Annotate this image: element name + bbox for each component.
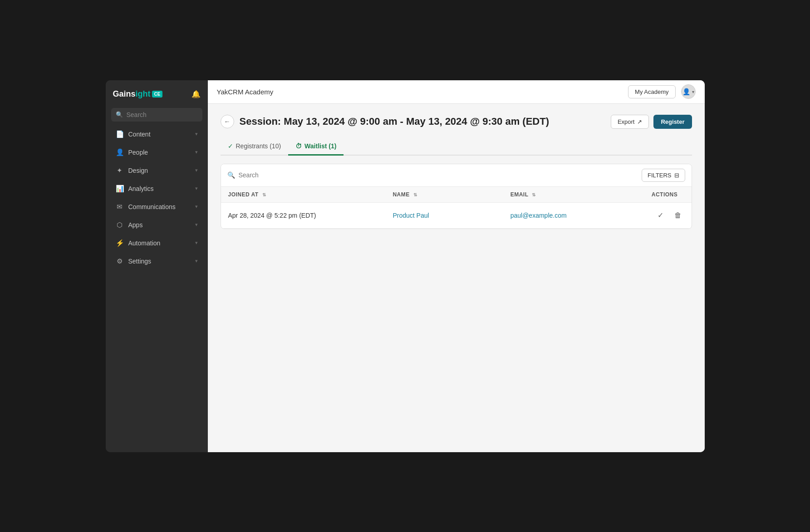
export-icon: ↗	[637, 118, 642, 125]
col-header-email: EMAIL ⇅	[503, 187, 644, 203]
chevron-icon: ▾	[195, 222, 198, 228]
apps-icon: ⬡	[116, 221, 124, 229]
export-button[interactable]: Export ↗	[611, 115, 649, 129]
col-header-name: NAME ⇅	[385, 187, 503, 203]
cell-email: paul@example.com	[503, 202, 644, 228]
page-title: Session: May 13, 2024 @ 9:00 am - May 13…	[240, 116, 549, 127]
chevron-icon: ▾	[195, 149, 198, 155]
delete-button[interactable]: 🗑	[672, 209, 684, 222]
topbar: YakCRM Academy My Academy 👤 ▾	[208, 80, 705, 104]
sidebar-item-apps[interactable]: ⬡ Apps ▾	[108, 216, 205, 234]
tab-waitlist-label: Waitlist (1)	[304, 142, 336, 150]
logo: GainsightCE	[113, 89, 163, 99]
sidebar-item-label: Apps	[128, 221, 143, 229]
chevron-icon: ▾	[195, 204, 198, 210]
design-icon: ✦	[116, 166, 124, 175]
col-header-joined-at: JOINED AT ⇅	[221, 187, 386, 203]
cell-joined-at: Apr 28, 2024 @ 5:22 pm (EDT)	[221, 202, 386, 228]
sidebar-item-label: Content	[128, 131, 151, 138]
approve-button[interactable]: ✓	[654, 209, 667, 222]
communications-icon: ✉	[116, 203, 124, 211]
check-circle-icon: ✓	[228, 142, 233, 150]
cell-actions: ✓ 🗑	[644, 202, 692, 228]
register-button[interactable]: Register	[653, 115, 692, 129]
col-header-actions: ACTIONS	[644, 187, 692, 203]
sidebar-item-label: Analytics	[128, 185, 154, 192]
actions-cell: ✓ 🗑	[652, 209, 684, 222]
clock-icon: ⏱	[295, 142, 302, 150]
sidebar-item-settings[interactable]: ⚙ Settings ▾	[108, 253, 205, 270]
chevron-down-icon: ▾	[692, 89, 694, 94]
filters-button[interactable]: FILTERS ⊟	[642, 169, 685, 182]
search-icon: 🔍	[227, 171, 235, 179]
bell-icon[interactable]: 🔔	[191, 90, 201, 98]
table-container: 🔍 FILTERS ⊟ JOINED AT	[221, 164, 692, 229]
chevron-icon: ▾	[195, 167, 198, 173]
sidebar-search[interactable]: 🔍 Search	[111, 108, 202, 122]
data-table: JOINED AT ⇅ NAME ⇅ EMAIL ⇅	[221, 187, 692, 229]
cell-name: Product Paul	[385, 202, 503, 228]
sort-icon[interactable]: ⇅	[262, 192, 266, 197]
automation-icon: ⚡	[116, 239, 124, 247]
sidebar-item-label: Automation	[128, 239, 161, 247]
topbar-right: My Academy 👤 ▾	[628, 84, 695, 99]
user-icon: 👤	[682, 88, 690, 95]
sidebar-logo: GainsightCE 🔔	[106, 86, 208, 106]
chevron-icon: ▾	[195, 240, 198, 246]
search-label: Search	[127, 111, 147, 118]
settings-icon: ⚙	[116, 257, 124, 265]
people-icon: 👤	[116, 148, 124, 156]
chevron-icon: ▾	[195, 131, 198, 137]
page-header-actions: Export ↗ Register	[611, 115, 692, 129]
table-toolbar: 🔍 FILTERS ⊟	[221, 164, 692, 187]
page-header-left: ← Session: May 13, 2024 @ 9:00 am - May …	[221, 115, 549, 128]
sidebar-item-people[interactable]: 👤 People ▾	[108, 144, 205, 161]
sidebar-item-content[interactable]: 📄 Content ▾	[108, 126, 205, 143]
page-content: ← Session: May 13, 2024 @ 9:00 am - May …	[208, 104, 705, 452]
search-icon: 🔍	[116, 111, 123, 118]
table-header: JOINED AT ⇅ NAME ⇅ EMAIL ⇅	[221, 187, 692, 203]
sidebar-item-label: People	[128, 149, 148, 156]
sidebar-item-automation[interactable]: ⚡ Automation ▾	[108, 234, 205, 252]
trash-icon: 🗑	[674, 211, 682, 220]
tabs-row: ✓ Registrants (10) ⏱ Waitlist (1)	[221, 138, 692, 156]
tab-registrants[interactable]: ✓ Registrants (10)	[221, 138, 289, 156]
tab-waitlist[interactable]: ⏱ Waitlist (1)	[288, 138, 344, 156]
content-icon: 📄	[116, 130, 124, 138]
sidebar-item-analytics[interactable]: 📊 Analytics ▾	[108, 180, 205, 197]
approve-icon: ✓	[658, 211, 663, 220]
table-search: 🔍	[227, 171, 642, 179]
page-header: ← Session: May 13, 2024 @ 9:00 am - May …	[221, 115, 692, 129]
sidebar-item-label: Design	[128, 167, 148, 174]
sidebar-item-communications[interactable]: ✉ Communications ▾	[108, 198, 205, 215]
my-academy-button[interactable]: My Academy	[628, 85, 675, 98]
sidebar-item-design[interactable]: ✦ Design ▾	[108, 162, 205, 179]
table-body: Apr 28, 2024 @ 5:22 pm (EDT) Product Pau…	[221, 202, 692, 228]
chevron-icon: ▾	[195, 185, 198, 191]
user-avatar-button[interactable]: 👤 ▾	[681, 84, 696, 99]
topbar-title: YakCRM Academy	[217, 88, 274, 96]
chevron-icon: ▾	[195, 258, 198, 264]
analytics-icon: 📊	[116, 185, 124, 193]
main-content: YakCRM Academy My Academy 👤 ▾ ← Session:…	[208, 80, 705, 452]
name-link[interactable]: Product Paul	[393, 212, 429, 219]
filter-icon: ⊟	[674, 172, 679, 179]
sidebar: GainsightCE 🔔 🔍 Search 📄 Content ▾ 👤 P	[106, 80, 208, 452]
tab-registrants-label: Registrants (10)	[236, 142, 281, 150]
export-label: Export	[618, 118, 635, 125]
search-input[interactable]	[239, 171, 642, 179]
table-row: Apr 28, 2024 @ 5:22 pm (EDT) Product Pau…	[221, 202, 692, 228]
sidebar-item-label: Settings	[128, 258, 152, 265]
back-button[interactable]: ←	[221, 115, 234, 128]
filters-label: FILTERS	[648, 172, 672, 179]
email-link[interactable]: paul@example.com	[511, 212, 567, 219]
sidebar-item-label: Communications	[128, 203, 176, 210]
sort-icon[interactable]: ⇅	[532, 192, 536, 197]
sort-icon[interactable]: ⇅	[413, 192, 417, 197]
